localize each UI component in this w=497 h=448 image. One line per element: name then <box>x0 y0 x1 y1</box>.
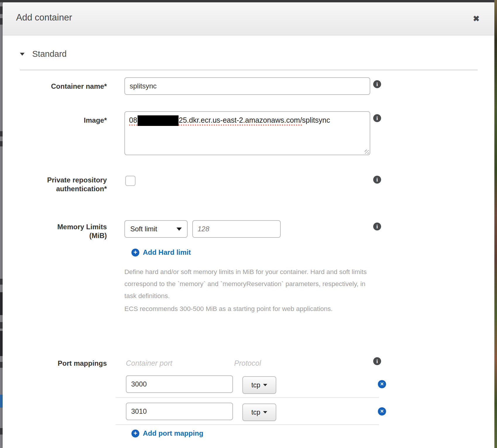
container-port-input[interactable] <box>126 375 233 393</box>
container-name-label: Container name* <box>20 82 107 91</box>
desktop-wallpaper-edge <box>494 0 497 448</box>
port-row-divider <box>116 424 379 425</box>
protocol-select[interactable]: tcp <box>242 376 276 394</box>
protocol-column-header: Protocol <box>234 359 261 367</box>
private-repo-label: Private repository authentication* <box>20 176 107 193</box>
modal-header: Add container ✖ <box>3 2 494 35</box>
section-divider <box>20 70 478 70</box>
memory-help-text: Define hard and/or soft memory limits in… <box>124 266 367 302</box>
image-value: 0825.dkr.ecr.us-east-2.amazonaws.com/spl… <box>129 115 330 126</box>
remove-icon: ✕ <box>380 382 384 387</box>
background-top-bar <box>0 0 497 2</box>
protocol-select[interactable]: tcp <box>242 403 276 421</box>
private-repo-info-button[interactable]: i <box>373 176 381 184</box>
image-value-mid: 25.dkr.ecr.us-east-2.amazonaws.com/ <box>179 116 302 124</box>
caret-down-icon <box>20 53 25 56</box>
chevron-down-icon <box>263 411 267 413</box>
container-port-input[interactable] <box>126 403 233 420</box>
memory-limit-type-value: Soft limit <box>130 225 157 233</box>
info-icon: i <box>376 177 378 183</box>
section-title: Standard <box>32 49 67 59</box>
screen: Add container ✖ Standard Container name*… <box>0 0 497 448</box>
redaction-box <box>138 115 179 126</box>
add-container-modal: Add container ✖ Standard Container name*… <box>3 2 494 448</box>
plus-icon: + <box>131 249 139 257</box>
port-mappings-label: Port mappings <box>20 359 107 368</box>
memory-help-recommendation: ECS recommends 300-500 MiB as a starting… <box>124 303 367 315</box>
image-value-tail: splitsync <box>302 116 330 124</box>
info-icon: i <box>376 115 378 121</box>
info-icon: i <box>376 81 378 87</box>
info-icon: i <box>376 358 378 364</box>
container-name-input[interactable] <box>124 77 370 95</box>
memory-limits-label-line2: (MiB) <box>89 232 107 240</box>
image-textarea[interactable]: 0825.dkr.ecr.us-east-2.amazonaws.com/spl… <box>124 111 370 155</box>
port-row-divider <box>116 397 379 398</box>
remove-port-mapping-button[interactable]: ✕ <box>378 407 386 415</box>
image-info-button[interactable]: i <box>373 114 381 122</box>
container-name-info-button[interactable]: i <box>373 80 381 88</box>
close-icon: ✖ <box>473 14 480 23</box>
image-label: Image* <box>20 116 107 125</box>
remove-icon: ✕ <box>380 409 384 414</box>
chevron-down-icon <box>176 228 182 231</box>
plus-icon: + <box>131 430 139 437</box>
container-port-column-header: Container port <box>126 359 172 367</box>
image-value-prefix: 08 <box>129 116 137 124</box>
add-port-mapping-label: Add port mapping <box>143 429 203 437</box>
memory-limit-type-select[interactable]: Soft limit <box>124 220 188 238</box>
add-port-mapping-link[interactable]: + Add port mapping <box>131 429 203 437</box>
info-icon: i <box>376 223 378 230</box>
memory-limits-label: Memory Limits (MiB) <box>20 223 107 240</box>
private-repo-checkbox[interactable] <box>125 176 136 186</box>
private-repo-label-line2: authentication* <box>56 185 107 193</box>
protocol-value: tcp <box>251 408 261 416</box>
close-button[interactable]: ✖ <box>470 13 482 25</box>
resize-handle[interactable] <box>365 150 369 154</box>
chevron-down-icon <box>263 384 267 386</box>
memory-limits-label-line1: Memory Limits <box>57 223 107 231</box>
add-hard-limit-link[interactable]: + Add Hard limit <box>131 248 191 257</box>
section-standard-toggle[interactable]: Standard <box>20 49 67 59</box>
modal-title: Add container <box>16 12 72 23</box>
private-repo-label-line1: Private repository <box>47 176 107 184</box>
protocol-value: tcp <box>251 381 261 389</box>
memory-limit-value-input[interactable] <box>192 220 281 238</box>
remove-port-mapping-button[interactable]: ✕ <box>378 380 386 388</box>
add-hard-limit-label: Add Hard limit <box>143 248 191 257</box>
port-mappings-info-button[interactable]: i <box>373 357 381 365</box>
memory-limits-info-button[interactable]: i <box>373 223 381 230</box>
